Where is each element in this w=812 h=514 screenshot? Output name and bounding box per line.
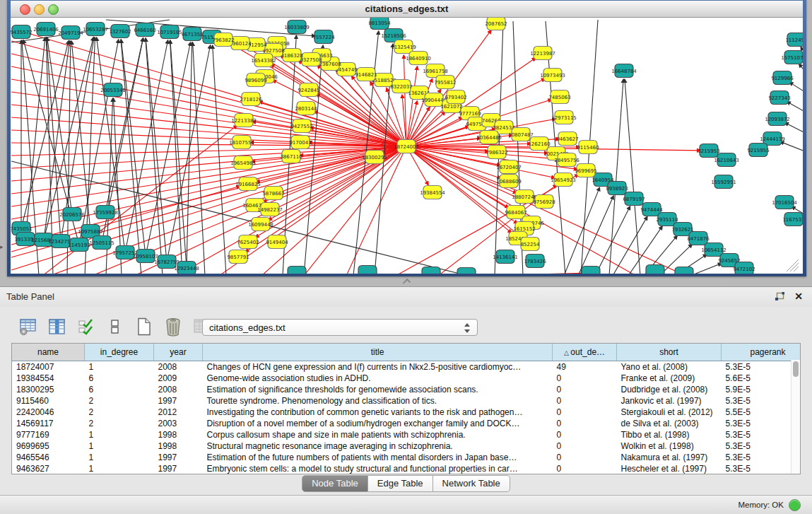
cell-title[interactable]: Embryonic stem cells: a model to study s…: [203, 463, 553, 474]
graph-node[interactable]: 6793402: [445, 90, 466, 104]
graph-node[interactable]: 1167533: [782, 213, 803, 226]
cell-year[interactable]: 2012: [154, 407, 203, 418]
graph-edge[interactable]: [47, 37, 61, 241]
graph-node[interactable]: 17359928: [93, 206, 118, 219]
graph-node[interactable]: 1112494: [785, 33, 803, 47]
graph-node[interactable]: 10973493: [540, 69, 565, 82]
cell-year[interactable]: 1997: [154, 463, 203, 474]
cell-out_degree[interactable]: 0: [553, 373, 617, 384]
graph-node[interactable]: 9435572: [11, 25, 33, 39]
cell-name[interactable]: 9777169: [12, 429, 85, 440]
graph-edge[interactable]: [25, 37, 45, 239]
graph-node[interactable]: [582, 267, 600, 274]
cell-in_degree[interactable]: 2: [85, 418, 154, 429]
cell-out_degree[interactable]: 0: [553, 407, 617, 418]
scrollbar-thumb[interactable]: [793, 361, 799, 377]
graph-edge[interactable]: [613, 216, 647, 274]
graph-node[interactable]: 1262160: [528, 137, 550, 151]
graph-node[interactable]: 18300295: [362, 151, 387, 164]
cell-title[interactable]: Investigating the contribution of common…: [203, 407, 553, 418]
cell-pagerank[interactable]: 5.9E-5: [722, 384, 801, 395]
graph-node[interactable]: 9129966: [771, 71, 794, 85]
cell-in_degree[interactable]: 1: [85, 440, 154, 452]
graph-node[interactable]: 8322037: [390, 80, 412, 93]
graph-node[interactable]: 9463627: [556, 132, 578, 146]
graph-edge[interactable]: [790, 263, 799, 271]
cell-in_degree[interactable]: 1: [85, 361, 154, 373]
cell-short[interactable]: Stergiakouli et al. (2012): [617, 407, 722, 418]
column-header-title[interactable]: title: [203, 344, 553, 361]
graph-node[interactable]: 14136141: [493, 250, 518, 264]
table-row[interactable]: 911546021997Tourette syndrome. Phenomeno…: [12, 395, 801, 407]
graph-node[interactable]: 14982237: [257, 203, 283, 216]
panel-collapse-arrow-icon[interactable]: ▸: [0, 243, 4, 250]
cell-short[interactable]: Tibbo et al. (1998): [617, 429, 722, 440]
graph-node[interactable]: 5878667: [262, 187, 284, 200]
table-row[interactable]: 1456911722003Disruption of a novel membe…: [12, 418, 801, 429]
graph-edge[interactable]: [11, 79, 406, 146]
graph-node[interactable]: 16648784: [611, 64, 637, 78]
graph-edge[interactable]: [187, 42, 192, 268]
graph-node[interactable]: 7986322: [486, 146, 507, 159]
cell-pagerank[interactable]: 5.3E-5: [722, 463, 801, 474]
cell-in_degree[interactable]: 2: [85, 407, 154, 418]
graph-edge[interactable]: [789, 82, 803, 92]
graph-node[interactable]: 10688609: [496, 175, 522, 188]
graph-node[interactable]: 10807487: [508, 128, 534, 141]
float-panel-icon[interactable]: [775, 292, 785, 302]
graph-node[interactable]: 7557224: [312, 30, 335, 44]
graph-node[interactable]: 28495756: [554, 153, 579, 167]
cell-year[interactable]: 2008: [154, 384, 203, 395]
graph-node[interactable]: 20053346: [100, 83, 126, 97]
graph-node[interactable]: [457, 268, 476, 274]
graph-node[interactable]: 18724007: [394, 140, 419, 153]
graph-node[interactable]: 9896099: [245, 74, 266, 87]
cell-out_degree[interactable]: 0: [553, 418, 617, 429]
graph-node[interactable]: [675, 267, 693, 274]
graph-edge[interactable]: [785, 122, 803, 133]
graph-node[interactable]: 6466160: [134, 23, 155, 37]
cell-name[interactable]: 9463627: [12, 463, 85, 474]
cell-title[interactable]: Estimation of significance thresholds fo…: [203, 384, 553, 395]
graph-edge[interactable]: [213, 45, 226, 274]
tab-node-table[interactable]: Node Table: [302, 475, 368, 492]
cell-pagerank[interactable]: 5.3E-5: [722, 440, 801, 452]
graph-node[interactable]: 16720407: [496, 160, 522, 174]
cell-in_degree[interactable]: 6: [85, 384, 154, 395]
graph-edge[interactable]: [690, 263, 722, 274]
graph-node[interactable]: 9170047: [289, 136, 311, 149]
cell-in_degree[interactable]: 1: [85, 429, 154, 440]
graph-node[interactable]: 10653287: [83, 23, 108, 36]
cell-year[interactable]: 1997: [154, 395, 203, 407]
column-header-year[interactable]: year: [154, 344, 203, 361]
graph-node[interactable]: 9215955: [747, 144, 769, 157]
graph-node[interactable]: [288, 267, 306, 274]
graph-edge[interactable]: [11, 146, 406, 156]
graph-edge[interactable]: [146, 38, 163, 274]
graph-node[interactable]: 2803144: [295, 102, 317, 115]
cell-pagerank[interactable]: 5.6E-5: [722, 373, 801, 384]
cell-name[interactable]: 22420046: [12, 407, 85, 418]
graph-node[interactable]: 19654923: [551, 173, 576, 187]
column-header-out_degree[interactable]: △ out_de…: [553, 344, 617, 361]
column-header-short[interactable]: short: [617, 344, 722, 361]
graph-node[interactable]: 1327602: [109, 25, 131, 38]
graph-edge[interactable]: [177, 146, 406, 274]
column-header-in_degree[interactable]: in_degree: [85, 344, 154, 361]
graph-node[interactable]: 7485063: [548, 90, 570, 104]
graph-node[interactable]: [646, 265, 664, 274]
graph-node[interactable]: 15592951: [711, 175, 736, 189]
delete-table-icon[interactable]: [163, 317, 183, 337]
graph-node[interactable]: 12923448: [174, 262, 199, 274]
cell-pagerank[interactable]: 5.3E-5: [722, 418, 801, 429]
network-window[interactable]: citations_edges.txt 94355722069140620497…: [7, 0, 806, 276]
cell-out_degree[interactable]: 0: [553, 384, 617, 395]
table-row[interactable]: 969969511998Structural magnetic resonanc…: [12, 440, 801, 452]
tab-network-table[interactable]: Network Table: [433, 475, 510, 492]
cell-in_degree[interactable]: 1: [85, 452, 154, 463]
graph-edge[interactable]: [595, 206, 630, 274]
graph-node[interactable]: 16033809: [284, 21, 310, 34]
cell-out_degree[interactable]: 0: [553, 429, 617, 440]
graph-edge[interactable]: [625, 79, 640, 274]
graph-node[interactable]: 9227343: [768, 91, 790, 105]
